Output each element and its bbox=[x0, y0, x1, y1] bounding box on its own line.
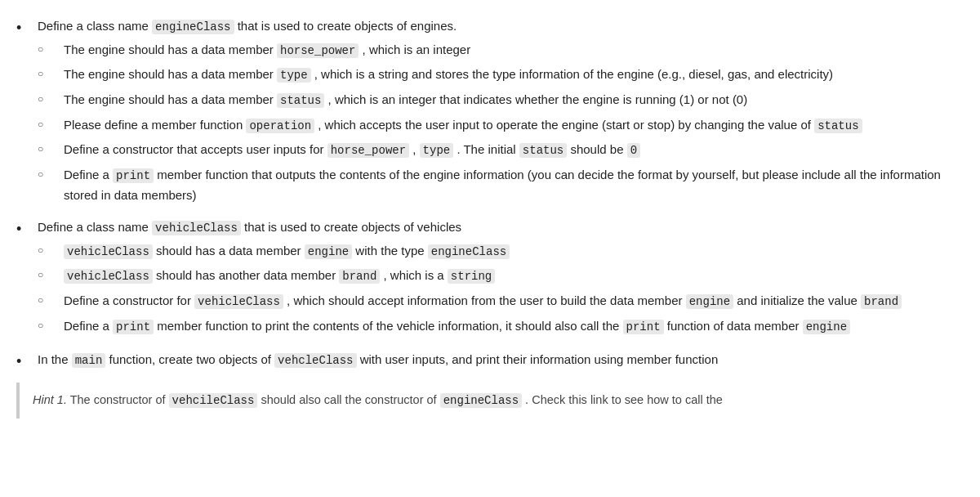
vehicle-class-block: Define a class name vehicleClass that is… bbox=[38, 217, 956, 341]
v-brand-text: vehicleClass should has another data mem… bbox=[64, 266, 956, 286]
sub-item-vehicle-print: Define a print member function to print … bbox=[38, 316, 956, 337]
sub-item-print: Define a print member function that outp… bbox=[38, 165, 956, 204]
code-vehicle-class-2: vehicleClass bbox=[64, 269, 153, 284]
code-type: type bbox=[277, 68, 311, 83]
sub-bullet-constructor bbox=[38, 141, 60, 157]
code-print: print bbox=[113, 168, 154, 183]
main-text: In the main function, create two objects… bbox=[38, 352, 718, 366]
code-vehcile-class: vehcileClass bbox=[169, 393, 258, 408]
code-brand: brand bbox=[339, 269, 380, 284]
code-vehcle-class: vehcleClass bbox=[274, 353, 356, 368]
type-text: The engine should has a data member type… bbox=[64, 65, 956, 85]
code-string: string bbox=[448, 269, 495, 284]
sub-bullet-operation bbox=[38, 117, 60, 132]
code-engine-3: engine bbox=[803, 320, 850, 334]
code-type-2: type bbox=[420, 143, 454, 158]
code-status-2: status bbox=[814, 119, 862, 133]
sub-bullet-v-engine bbox=[38, 243, 60, 258]
sub-bullet-print bbox=[38, 167, 60, 182]
status-text: The engine should has a data member stat… bbox=[64, 90, 956, 110]
code-horse-power: horse_power bbox=[277, 43, 359, 58]
sub-item-type: The engine should has a data member type… bbox=[38, 65, 956, 85]
sub-bullet-type bbox=[38, 66, 60, 82]
code-status-3: status bbox=[519, 143, 567, 158]
code-operation: operation bbox=[246, 119, 314, 133]
bullet-dot-2: • bbox=[16, 218, 34, 241]
list-item-main: • In the main function, create two objec… bbox=[16, 350, 956, 374]
sub-item-constructor: Define a constructor that accepts user i… bbox=[38, 140, 956, 160]
code-engine-class-hint: engineClass bbox=[440, 393, 522, 408]
hint-text: Hint 1. The constructor of vehcileClass … bbox=[33, 393, 723, 406]
bullet-dot-1: • bbox=[16, 17, 34, 40]
sub-bullet-v-brand bbox=[38, 267, 60, 283]
engine-class-block: Define a class name engineClass that is … bbox=[38, 16, 956, 209]
v-print-text: Define a print member function to print … bbox=[64, 316, 956, 337]
sub-bullet-v-constructor bbox=[38, 293, 60, 308]
code-print-3: print bbox=[623, 320, 664, 334]
sub-item-operation: Please define a member function operatio… bbox=[38, 115, 956, 136]
code-engine-class: engineClass bbox=[428, 244, 510, 259]
main-function-block: In the main function, create two objects… bbox=[38, 350, 956, 370]
sub-bullet-status bbox=[38, 92, 60, 107]
bullet-dot-3: • bbox=[16, 351, 34, 374]
vehicle-class-code: vehicleClass bbox=[152, 221, 241, 235]
vehicle-intro-text: Define a class name vehicleClass that is… bbox=[38, 220, 461, 234]
sub-bullet-v-print bbox=[38, 318, 60, 334]
bullet-list: • Define a class name engineClass that i… bbox=[16, 16, 956, 373]
vehicle-sub-list: vehicleClass should has a data member en… bbox=[38, 241, 956, 337]
engine-sub-list: The engine should has a data member hors… bbox=[38, 40, 956, 204]
code-status: status bbox=[277, 93, 324, 108]
code-print-2: print bbox=[113, 320, 154, 334]
list-item-vehicle: • Define a class name vehicleClass that … bbox=[16, 217, 956, 341]
code-brand-2: brand bbox=[861, 294, 902, 309]
constructor-text: Define a constructor that accepts user i… bbox=[64, 140, 956, 160]
hp-text: The engine should has a data member hors… bbox=[64, 40, 956, 60]
v-constructor-text: Define a constructor for vehicleClass , … bbox=[64, 291, 956, 311]
sub-item-vehicle-brand: vehicleClass should has another data mem… bbox=[38, 266, 956, 286]
sub-item-vehicle-engine: vehicleClass should has a data member en… bbox=[38, 241, 956, 262]
code-engine-2: engine bbox=[686, 294, 733, 309]
code-zero: 0 bbox=[627, 143, 640, 158]
sub-item-status: The engine should has a data member stat… bbox=[38, 90, 956, 110]
list-item-engine: • Define a class name engineClass that i… bbox=[16, 16, 956, 209]
print-text: Define a print member function that outp… bbox=[64, 165, 956, 204]
sub-item-hp: The engine should has a data member hors… bbox=[38, 40, 956, 60]
v-engine-text: vehicleClass should has a data member en… bbox=[64, 241, 956, 262]
engine-intro-text: Define a class name engineClass that is … bbox=[38, 19, 457, 33]
code-vehicle-class-3: vehicleClass bbox=[194, 294, 283, 309]
sub-item-vehicle-constructor: Define a constructor for vehicleClass , … bbox=[38, 291, 956, 311]
code-vehicle-class: vehicleClass bbox=[64, 244, 153, 259]
hint-label: Hint 1. bbox=[33, 393, 67, 406]
main-content: • Define a class name engineClass that i… bbox=[16, 16, 956, 419]
operation-text: Please define a member function operatio… bbox=[64, 115, 956, 136]
hint-bar: Hint 1. The constructor of vehcileClass … bbox=[16, 383, 956, 419]
code-main: main bbox=[72, 353, 106, 368]
sub-bullet-hp bbox=[38, 42, 60, 57]
engine-class-code: engineClass bbox=[152, 20, 234, 34]
code-engine: engine bbox=[305, 244, 352, 259]
code-hp-2: horse_power bbox=[327, 143, 409, 158]
